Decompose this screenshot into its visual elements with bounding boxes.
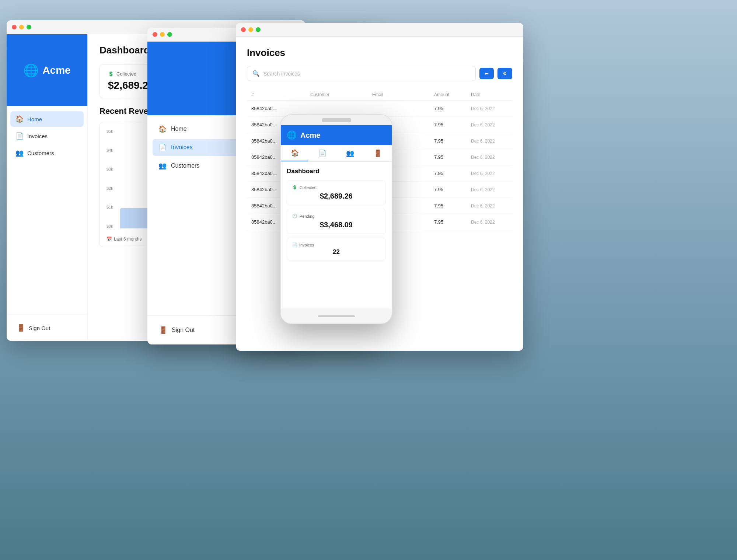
close-button-2[interactable]: [153, 32, 157, 37]
search-placeholder: Search invoices: [263, 71, 300, 77]
row-date: Dec 6, 2022: [471, 155, 508, 160]
row-amount: 7.95: [434, 203, 471, 209]
customers-label-w2: Customers: [171, 162, 199, 169]
phone-invoices-card: 📄 Invoices 22: [287, 238, 386, 260]
phone-pending-card: 🕐 Pending $3,468.09: [287, 209, 386, 234]
phone-notch-bar: [281, 115, 392, 125]
invoices-icon-w2: 📄: [158, 143, 167, 151]
table-header: # Customer Email Amount Date: [247, 89, 512, 101]
phone-globe-icon: 🌐: [287, 130, 297, 140]
home-label: Home: [27, 116, 42, 122]
col-amount: Amount: [434, 92, 471, 97]
row-date: Dec 6, 2022: [471, 220, 508, 225]
maximize-button[interactable]: [27, 25, 31, 29]
col-date: Date: [471, 92, 508, 97]
minimize-button-2[interactable]: [160, 32, 165, 37]
phone-pending-value: $3,468.09: [292, 221, 380, 229]
phone-header: 🌐 Acme: [281, 125, 392, 145]
phone-doc-icon: 📄: [292, 242, 297, 247]
phone-content: Dashboard 💲 Collected $2,689.26 🕐 Pendin…: [281, 162, 392, 270]
row-amount: 7.95: [434, 122, 471, 127]
app-name-w1: Acme: [42, 64, 70, 76]
signout-icon: 🚪: [17, 324, 25, 332]
phone-bottom-bar: [281, 309, 392, 323]
phone-collected-value: $2,689.26: [292, 192, 380, 200]
signout-section-w1: 🚪 Sign Out: [7, 315, 87, 341]
row-amount: 7.95: [434, 219, 471, 225]
search-icon: 🔍: [252, 70, 260, 77]
invoices-label: Invoices: [27, 133, 48, 139]
phone-home-indicator: [318, 315, 355, 317]
row-amount: 7.95: [434, 138, 471, 144]
nav-list-w1: 🏠 Home 📄 Invoices 👥 Customers: [7, 106, 87, 315]
logo-area-w1: 🌐 Acme: [7, 34, 87, 106]
close-button-3[interactable]: [241, 27, 246, 32]
signout-icon-w2: 🚪: [159, 326, 167, 334]
invoices-label-w2: Invoices: [171, 144, 193, 151]
maximize-button-2[interactable]: [167, 32, 172, 37]
phone-nav-invoices[interactable]: 📄: [308, 145, 336, 161]
phone-collected-card: 💲 Collected $2,689.26: [287, 180, 386, 205]
row-amount: 7.95: [434, 187, 471, 192]
row-date: Dec 6, 2022: [471, 139, 508, 144]
phone-device: 🌐 Acme 🏠 📄 👥 🚪 Dashboard 💲 Collected $2,…: [280, 114, 392, 324]
search-row: 🔍 Search invoices ⬅ ⚙: [247, 66, 512, 81]
phone-notch: [322, 118, 351, 122]
minimize-button-3[interactable]: [248, 27, 253, 32]
sidebar-w1: 🌐 Acme 🏠 Home 📄 Invoices 👥 Customers: [7, 34, 88, 341]
row-date: Dec 6, 2022: [471, 203, 508, 209]
titlebar-3: [236, 23, 523, 37]
filter-button[interactable]: ⚙: [497, 68, 512, 79]
phone-nav-customers[interactable]: 👥: [336, 145, 364, 161]
home-icon-w2: 🏠: [158, 125, 167, 133]
dollar-icon: 💲: [108, 71, 114, 77]
invoices-icon: 📄: [15, 132, 24, 140]
row-date: Dec 6, 2022: [471, 122, 508, 127]
phone-clock-icon: 🕐: [292, 214, 297, 218]
signout-button-w1[interactable]: 🚪 Sign Out: [12, 320, 82, 336]
sidebar-item-home[interactable]: 🏠 Home: [10, 111, 84, 127]
signout-label: Sign Out: [29, 325, 50, 331]
phone-nav-bar: 🏠 📄 👥 🚪: [281, 145, 392, 162]
row-amount: 7.95: [434, 154, 471, 160]
search-bar[interactable]: 🔍 Search invoices: [247, 66, 476, 81]
phone-nav-signout[interactable]: 🚪: [364, 145, 392, 161]
col-hash: #: [251, 92, 310, 97]
phone-dashboard-title: Dashboard: [287, 168, 386, 175]
signout-label-w2: Sign Out: [172, 327, 195, 333]
home-label-w2: Home: [171, 126, 187, 132]
col-customer: Customer: [310, 92, 372, 97]
row-amount: 7.95: [434, 171, 471, 176]
row-date: Dec 6, 2022: [471, 171, 508, 176]
phone-dollar-icon: 💲: [292, 185, 297, 190]
col-email: Email: [372, 92, 434, 97]
phone-nav-home[interactable]: 🏠: [281, 145, 308, 161]
row-amount: 7.95: [434, 106, 471, 111]
customers-icon-w2: 👥: [158, 162, 167, 170]
phone-invoices-count: 22: [292, 248, 380, 256]
home-icon: 🏠: [15, 115, 24, 123]
close-button[interactable]: [12, 25, 17, 29]
customers-label: Customers: [27, 150, 54, 156]
minimize-button[interactable]: [19, 25, 24, 29]
sidebar-item-customers[interactable]: 👥 Customers: [10, 145, 84, 161]
row-id: 85842ba0...: [251, 106, 310, 111]
row-date: Dec 6, 2022: [471, 187, 508, 192]
invoices-page-title: Invoices: [247, 47, 512, 59]
row-date: Dec 6, 2022: [471, 106, 508, 111]
sidebar-item-invoices[interactable]: 📄 Invoices: [10, 128, 84, 144]
globe-icon: 🌐: [23, 63, 39, 78]
phone-invoices-label: 📄 Invoices: [292, 242, 380, 247]
customers-icon: 👥: [15, 149, 24, 157]
chart-footer: 📅 Last 6 months: [106, 237, 142, 242]
phone-collected-label: 💲 Collected: [292, 185, 380, 190]
search-button[interactable]: ⬅: [479, 68, 494, 79]
y-axis-labels: $5k $4k $3k $2k $1k $0k: [106, 129, 113, 228]
maximize-button-3[interactable]: [256, 27, 261, 32]
phone-pending-label: 🕐 Pending: [292, 214, 380, 218]
phone-app-name: Acme: [300, 131, 320, 140]
